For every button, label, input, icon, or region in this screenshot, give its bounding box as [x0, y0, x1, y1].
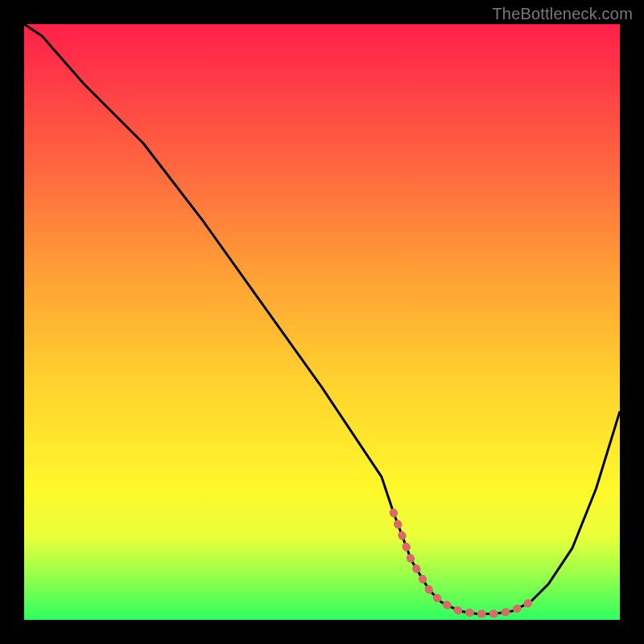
chart-plot-area [24, 24, 620, 620]
watermark-text: TheBottleneck.com [492, 5, 633, 23]
bottleneck-chart [24, 24, 620, 620]
bottleneck-curve [24, 24, 620, 614]
